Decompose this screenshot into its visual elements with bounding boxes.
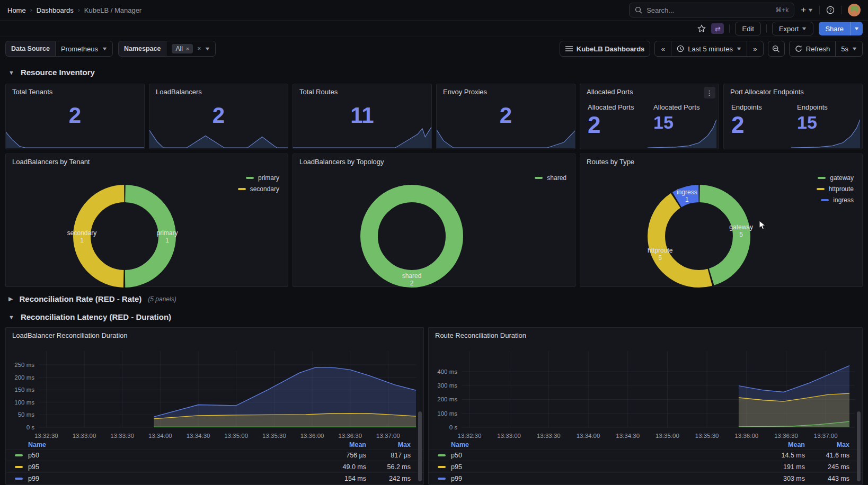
donut-chart: shared2 [293, 154, 575, 286]
clear-icon[interactable]: × [197, 45, 201, 52]
legend-item-primary[interactable]: primary [246, 174, 279, 182]
legend-row-p99: p99303 ms443 ms [429, 472, 862, 484]
x-axis-tick: 13:34:00 [148, 433, 172, 439]
breadcrumb-dashboards[interactable]: Dashboards [37, 6, 74, 14]
export-button[interactable]: Export ▼ [772, 22, 814, 35]
search-input[interactable]: Search... ⌘+k [629, 3, 794, 17]
export-label: Export [779, 25, 799, 33]
chevron-down-icon: ▼ [8, 314, 14, 320]
star-icon[interactable] [697, 24, 706, 33]
series-toggle-p99[interactable]: p99 [438, 475, 747, 482]
panel-menu-icon[interactable]: ⋮ [704, 87, 715, 98]
panel-loadbalancers-by-topology: LoadBalancers by Topology shared2 shared [293, 154, 575, 287]
plus-icon: + [801, 5, 806, 15]
stat-label: Endpoints [731, 103, 762, 111]
help-icon[interactable]: ? [826, 6, 835, 14]
namespace-chip[interactable]: All × [172, 44, 193, 53]
legend-header-name[interactable]: Name [28, 441, 308, 448]
panel-title: Port Allocator Endpoints [730, 88, 804, 96]
chevron-down-icon: ▼ [853, 26, 860, 31]
x-axis-tick: 13:33:00 [73, 433, 96, 439]
legend-swatch [817, 188, 825, 190]
edit-button[interactable]: Edit [735, 22, 760, 35]
sparkline [149, 124, 288, 148]
series-toggle-p99[interactable]: p99 [15, 475, 308, 482]
time-shift-forward-button[interactable]: » [747, 41, 763, 56]
panel-loadbalancers-by-tenant: LoadBalancers by Tenant primary1secondar… [5, 154, 288, 287]
series-max: 443 ms [805, 475, 849, 482]
legend-header-mean[interactable]: Mean [308, 441, 366, 448]
panel-port-allocator-endpoints: Port Allocator Endpoints Endpoints 2 End… [723, 84, 863, 149]
x-axis-tick: 13:33:00 [497, 433, 521, 439]
legend-item-ingress[interactable]: ingress [821, 196, 854, 204]
legend-header-mean[interactable]: Mean [747, 441, 805, 448]
section-reconciliation-rate[interactable]: ▶ Reconciliation Rate (RED - Rate) (5 pa… [8, 294, 176, 303]
refresh-interval-value: 5s [841, 45, 848, 53]
divider [819, 6, 820, 14]
panel-routes-by-type: Routes by Type gateway5httproute5ingress… [580, 154, 863, 287]
legend-item-httproute[interactable]: httproute [817, 185, 854, 193]
stat-value: 2 [731, 113, 762, 137]
y-axis-tick: 100 ms [14, 399, 34, 406]
close-icon[interactable]: × [186, 46, 189, 52]
x-axis-tick: 13:34:30 [616, 433, 640, 439]
namespace-variable: Namespace All × × ▼ [118, 41, 216, 57]
datasource-select[interactable]: Prometheus ▼ [55, 41, 113, 57]
series-toggle-p95[interactable]: p95 [438, 463, 747, 471]
avatar[interactable] [848, 4, 861, 16]
y-axis-tick: 50 ms [18, 411, 35, 418]
namespace-select[interactable]: All × × ▼ [166, 41, 216, 57]
legend-item-gateway[interactable]: gateway [818, 174, 854, 182]
breadcrumb-current-dashboard: KubeLB / Manager [84, 6, 141, 14]
legend-item-shared[interactable]: shared [535, 174, 566, 182]
chart-legend: shared [535, 174, 566, 182]
zoom-out-icon [772, 45, 780, 53]
legend-header-max[interactable]: Max [366, 441, 411, 448]
timeseries-chart[interactable]: 13:32:3013:33:0013:33:3013:34:0013:34:30… [6, 347, 423, 441]
refresh-button[interactable]: Refresh [790, 41, 836, 56]
donut-slice-shared[interactable] [369, 194, 455, 279]
namespace-chip-value: All [175, 45, 182, 52]
series-toggle-p50[interactable]: p50 [15, 452, 308, 459]
scrollbar[interactable] [418, 411, 422, 481]
breadcrumb-separator: › [30, 6, 32, 14]
share-menu-button[interactable]: ▼ [850, 22, 863, 35]
series-toggle-p95[interactable]: p95 [15, 463, 308, 471]
dashboard-toolbar: ⇄ Edit Export ▼ Share ▼ [0, 21, 868, 37]
chevron-down-icon: ▼ [801, 26, 808, 31]
legend-label: ingress [833, 196, 854, 204]
time-shift-back-button[interactable]: « [655, 41, 671, 56]
legend-item-secondary[interactable]: secondary [238, 185, 279, 193]
zoom-out-button[interactable] [768, 41, 785, 57]
legend-label: shared [547, 174, 566, 182]
shared-externally-icon[interactable]: ⇄ [711, 23, 724, 34]
legend-header-name[interactable]: Name [451, 441, 747, 448]
grafana-dashboard: Home › Dashboards › KubeLB / Manager Sea… [0, 0, 868, 485]
series-name: p95 [451, 463, 462, 471]
stat-column: Allocated Ports 2 [588, 103, 634, 137]
legend-swatch [438, 466, 446, 468]
legend-header-max[interactable]: Max [805, 441, 849, 448]
x-axis-tick: 13:37:00 [814, 433, 838, 439]
sparkline [791, 118, 860, 148]
chart-legend: gatewayhttprouteingress [817, 174, 854, 204]
x-axis-tick: 13:33:30 [537, 433, 561, 439]
new-button[interactable]: + ▼ [801, 5, 813, 15]
section-title: Reconciliation Latency (RED - Duration) [21, 312, 171, 321]
timeseries-chart[interactable]: 13:32:3013:33:0013:33:3013:34:0013:34:30… [429, 347, 862, 441]
kubelb-dashboards-button[interactable]: KubeLB Dashboards [560, 41, 651, 57]
share-button[interactable]: Share [819, 22, 850, 35]
series-max: 242 ms [366, 475, 411, 482]
series-toggle-p50[interactable]: p50 [438, 452, 747, 459]
breadcrumb-home[interactable]: Home [7, 6, 26, 14]
section-resource-inventory[interactable]: ▼ Resource Inventory [8, 68, 95, 77]
refresh-interval-select[interactable]: 5s ▼ [835, 41, 862, 56]
section-reconciliation-latency[interactable]: ▼ Reconciliation Latency (RED - Duration… [8, 312, 171, 321]
time-range-picker[interactable]: Last 5 minutes ▼ [671, 41, 746, 56]
datasource-variable: Data Source Prometheus ▼ [5, 41, 113, 57]
x-axis-tick: 13:32:30 [34, 433, 58, 439]
y-axis-tick: 200 ms [14, 374, 34, 381]
series-max: 41.6 ms [805, 452, 849, 459]
scrollbar[interactable] [857, 411, 861, 481]
legend-swatch [438, 478, 446, 480]
